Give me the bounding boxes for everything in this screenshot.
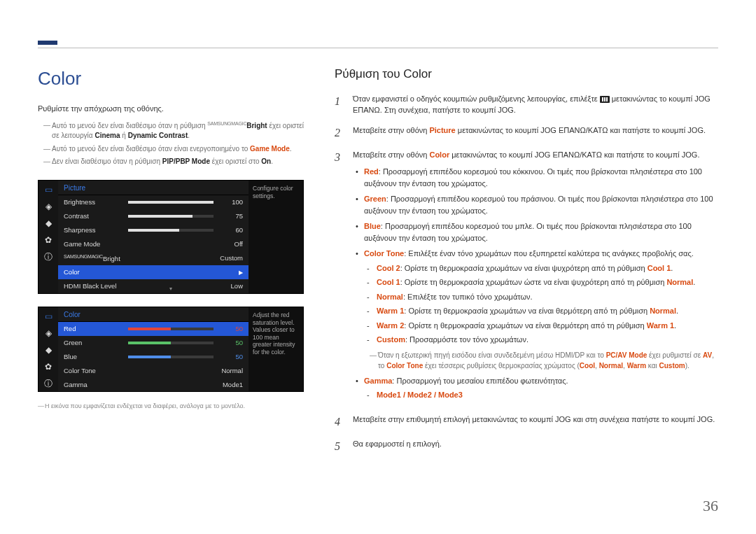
list-item: Warm 1: Ορίστε τη θερμοκρασία χρωμάτων ν…: [367, 305, 718, 317]
list-item: Cool 1: Ορίστε τη θερμοκρασία χρωμάτων ώ…: [367, 276, 718, 288]
osd-row-gamma: Gamma Mode1: [58, 378, 248, 392]
monitor-icon: ▭: [43, 311, 54, 323]
header-rule: [38, 41, 718, 48]
osd-row-magicbright: SAMSUNGMAGICBright Custom: [58, 251, 248, 266]
step-3: 3 Μεταβείτε στην οθόνη Color μετακινώντα…: [335, 149, 718, 405]
chevron-right-icon: ▶: [236, 269, 243, 277]
step-1: 1 Όταν εμφανιστεί ο οδηγός κουμπιών ρυθμ…: [335, 93, 718, 116]
page-number: 36: [703, 495, 718, 517]
step-4: 4 Μεταβείτε στην επιθυμητή επιλογή μετακ…: [335, 414, 718, 430]
step-2: 2 Μεταβείτε στην οθόνη Picture μετακινών…: [335, 125, 718, 141]
color-options-list: Red: Προσαρμογή επιπέδου κορεσμού του κό…: [356, 166, 718, 401]
gear-icon: ✿: [43, 235, 54, 246]
osd-row-hdmiblack: HDMI Black Level ▾ Low: [58, 279, 248, 293]
gamma-sublist: Mode1 / Mode2 / Mode3: [367, 389, 718, 401]
settings-icon: ◈: [43, 202, 54, 213]
step-5: 5 Θα εφαρμοστεί η επιλογή.: [335, 438, 718, 454]
osd-picture: ▭ ◈ ◆ ✿ ⓘ Picture Brightness 100 Contras…: [38, 180, 304, 294]
osd-main: Color Red 50 Green 50 Blue 50 Colo: [58, 307, 248, 391]
list-item: Custom: Προσαρμόστε τον τόνο χρωμάτων.: [367, 334, 718, 346]
page-body: Color Ρυθμίστε την απόχρωση της οθόνης. …: [38, 66, 718, 506]
osd-sidebar: ▭ ◈ ◆ ✿ ⓘ: [38, 307, 58, 391]
osd-row-contrast: Contrast 75: [58, 209, 248, 223]
osd-row-color-selected: Color ▶: [58, 265, 248, 279]
osd-help-text: Adjust the red saturation level. Values …: [248, 307, 303, 391]
adjust-icon: ◆: [43, 345, 54, 356]
gear-icon: ✿: [43, 362, 54, 373]
hdmi-note: Όταν η εξωτερική πηγή εισόδου είναι συνδ…: [370, 350, 718, 371]
list-item: Green: Προσαρμογή επιπέδου κορεσμού του …: [356, 193, 718, 216]
menu-icon: [600, 96, 610, 103]
slider: [128, 201, 214, 204]
osd-row-brightness: Brightness 100: [58, 195, 248, 209]
tone-sublist: Cool 2: Ορίστε τη θερμοκρασία χρωμάτων ν…: [367, 262, 718, 346]
lead-text: Ρυθμίστε την απόχρωση της οθόνης.: [38, 104, 304, 115]
osd-row-tone: Color Tone Normal: [58, 364, 248, 378]
osd-row-sharpness: Sharpness 60: [58, 223, 248, 237]
list-item: Blue: Προσαρμογή επιπέδου κορεσμού του μ…: [356, 220, 718, 244]
chevron-down-icon: ▾: [128, 285, 214, 288]
list-item: Color Tone: Επιλέξτε έναν τόνο χρωμάτων …: [356, 248, 718, 371]
note-pip: Δεν είναι διαθέσιμο όταν η ρύθμιση PIP/P…: [43, 157, 304, 167]
osd-main: Picture Brightness 100 Contrast 75 Sharp…: [58, 181, 248, 293]
note-gamemode: Αυτό το μενού δεν είναι διαθέσιμο όταν ε…: [43, 144, 304, 155]
list-item: Mode1 / Mode2 / Mode3: [367, 389, 718, 401]
osd-row-red-selected: Red 50: [58, 322, 248, 336]
osd-help-text: Configure color settings.: [248, 181, 303, 293]
osd-header: Picture: [58, 181, 248, 196]
steps-list: 1 Όταν εμφανιστεί ο οδηγός κουμπιών ρυθμ…: [335, 93, 718, 455]
monitor-icon: ▭: [43, 185, 54, 196]
list-item: Cool 2: Ορίστε τη θερμοκρασία χρωμάτων ν…: [367, 262, 718, 274]
image-disclaimer: Η εικόνα που εμφανίζεται ενδέχεται να δι…: [38, 402, 304, 411]
osd-row-gamemode: Game Mode Off: [58, 237, 248, 251]
osd-row-green: Green 50: [58, 336, 248, 350]
list-item: Gamma: Προσαρμογή του μεσαίου επιπέδου φ…: [356, 375, 718, 401]
osd-header: Color: [58, 307, 248, 323]
info-icon: ⓘ: [43, 252, 54, 263]
left-column: Color Ρυθμίστε την απόχρωση της οθόνης. …: [38, 66, 304, 506]
subsection-title: Ρύθμιση του Color: [335, 66, 718, 83]
right-column: Ρύθμιση του Color 1 Όταν εμφανιστεί ο οδ…: [335, 66, 718, 506]
info-icon: ⓘ: [43, 379, 54, 390]
list-item: Warm 2: Ορίστε η θερμοκρασία χρωμάτων να…: [367, 320, 718, 332]
section-title: Color: [38, 66, 304, 92]
settings-icon: ◈: [43, 328, 54, 339]
osd-sidebar: ▭ ◈ ◆ ✿ ⓘ: [38, 181, 58, 293]
osd-color: ▭ ◈ ◆ ✿ ⓘ Color Red 50 Green 50: [38, 307, 304, 392]
list-item: Red: Προσαρμογή επιπέδου κορεσμού του κό…: [356, 166, 718, 189]
note-magicbright: Αυτό το μενού δεν είναι διαθέσιμο όταν η…: [43, 120, 304, 141]
list-item: Normal: Επιλέξτε τον τυπικό τόνο χρωμάτω…: [367, 291, 718, 303]
adjust-icon: ◆: [43, 218, 54, 230]
osd-row-blue: Blue 50: [58, 350, 248, 364]
